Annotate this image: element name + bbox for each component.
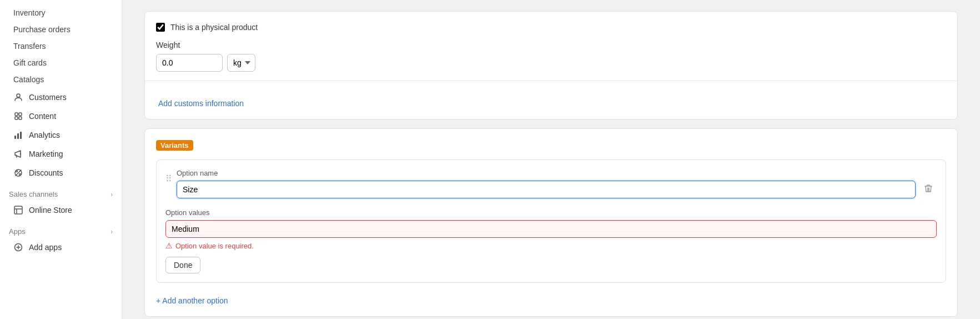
shipping-card-divider [145,81,957,81]
content-icon [13,111,23,121]
sidebar-item-catalogs[interactable]: Catalogs [4,72,117,87]
sidebar-item-content-label: Content [29,112,56,121]
svg-rect-3 [15,117,18,119]
sidebar-item-online-store[interactable]: Online Store [4,201,117,219]
sales-channels-header[interactable]: Sales channels › [0,186,122,201]
add-another-option-link[interactable]: + Add another option [156,296,228,305]
discounts-icon [13,168,23,178]
option-name-input[interactable] [177,181,916,198]
weight-section: Weight kg lb oz g [156,41,946,72]
apps-chevron: › [110,228,113,236]
sidebar-item-analytics[interactable]: Analytics [4,126,117,144]
svg-rect-10 [14,206,22,214]
error-icon: ⚠ [165,241,173,250]
weight-input[interactable] [156,54,223,72]
add-customs-link[interactable]: Add customs information [156,99,244,108]
error-message-text: Option value is required. [175,242,254,250]
sidebar-item-customers[interactable]: Customers [4,88,117,106]
done-button[interactable]: Done [165,257,200,273]
analytics-icon [13,130,23,140]
add-apps-label: Add apps [29,243,62,252]
add-customs-label: Add customs information [158,99,244,108]
sidebar-item-discounts-label: Discounts [29,168,63,177]
shipping-card: This is a physical product Weight kg lb … [144,11,958,119]
svg-rect-5 [14,136,16,139]
sidebar-item-gift-cards-label: Gift cards [13,58,47,67]
option-values-section: Option values ⚠ Option value is required… [165,208,937,273]
weight-inputs: kg lb oz g [156,54,946,72]
physical-product-checkbox[interactable] [156,23,165,32]
sidebar-item-purchase-orders[interactable]: Purchase orders [4,22,117,37]
sidebar-item-transfers[interactable]: Transfers [4,38,117,54]
sidebar-item-analytics-label: Analytics [29,131,60,139]
option-values-label: Option values [165,208,937,217]
svg-rect-4 [19,117,22,119]
sidebar-item-gift-cards[interactable]: Gift cards [4,55,117,71]
weight-unit-select[interactable]: kg lb oz g [227,54,255,72]
sidebar-item-transfers-label: Transfers [13,42,46,51]
weight-label: Weight [156,41,946,49]
sales-channels-label: Sales channels [9,190,58,198]
option-value-input[interactable] [165,220,937,238]
sidebar-item-add-apps[interactable]: Add apps [4,238,117,256]
variants-badge: Variants [156,140,193,151]
sidebar-item-inventory[interactable]: Inventory [4,5,117,21]
svg-rect-6 [17,133,19,139]
marketing-icon [13,149,23,159]
sidebar-item-catalogs-label: Catalogs [13,75,44,84]
option-container: ⠿ Option name Option values ⚠ Option val… [156,160,946,283]
apps-section-header[interactable]: Apps › [0,223,122,238]
option-name-label: Option name [177,169,916,177]
apps-section-label: Apps [9,227,26,236]
sidebar-item-discounts[interactable]: Discounts [4,164,117,182]
svg-rect-7 [20,132,22,139]
main-content: This is a physical product Weight kg lb … [122,0,980,319]
sidebar-item-marketing-label: Marketing [29,149,63,158]
svg-rect-2 [19,113,22,116]
sidebar: Inventory Purchase orders Transfers Gift… [0,0,122,319]
svg-point-0 [17,94,20,97]
add-apps-icon [13,242,23,252]
variants-card: Variants ⠿ Option name Option values [144,128,958,317]
option-fields: Option name [177,169,916,198]
physical-product-label: This is a physical product [170,23,258,32]
option-header-row: ⠿ Option name [165,169,937,200]
store-icon [13,205,23,215]
sidebar-item-marketing[interactable]: Marketing [4,145,117,163]
sidebar-item-online-store-label: Online Store [29,206,72,215]
sidebar-item-customers-label: Customers [29,93,67,102]
add-option-label: + Add another option [156,296,228,305]
delete-option-button[interactable] [920,180,937,200]
drag-handle-icon[interactable]: ⠿ [165,169,172,184]
sidebar-item-content[interactable]: Content [4,107,117,125]
physical-product-row: This is a physical product [156,23,946,32]
svg-rect-1 [15,113,18,116]
person-icon [13,92,23,102]
sales-channels-chevron: › [110,191,113,198]
sidebar-item-purchase-orders-label: Purchase orders [13,25,71,34]
done-button-label: Done [174,261,192,270]
option-value-error: ⚠ Option value is required. [165,241,937,250]
sidebar-item-inventory-label: Inventory [13,8,46,17]
